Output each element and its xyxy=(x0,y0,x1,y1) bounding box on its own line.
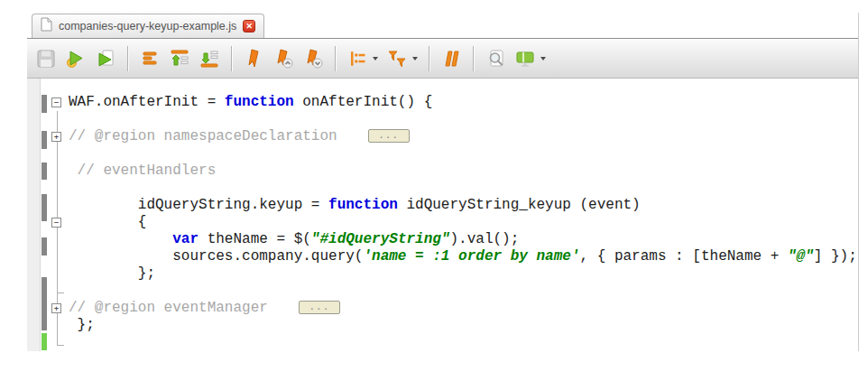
code-lines: −WAF.onAfterInit = function onAfterInit(… xyxy=(69,94,856,334)
fold-collapse-icon[interactable]: − xyxy=(51,218,61,228)
change-marker-modified xyxy=(42,277,47,330)
change-marker-modified xyxy=(42,163,47,180)
code-token: theName = $( xyxy=(199,231,311,247)
tab-bar: companies-query-keyup-example.js ✕ xyxy=(27,13,858,39)
change-marker-saved xyxy=(42,333,47,350)
code-token: 'name = :1 order by name' xyxy=(363,248,579,265)
code-token: function xyxy=(225,94,294,110)
fold-collapse-icon[interactable]: − xyxy=(51,98,61,107)
layout-options-icon xyxy=(514,48,536,70)
fold-expand-icon[interactable]: + xyxy=(51,303,61,313)
code-token: WAF.onAfterInit = xyxy=(69,94,225,110)
run-icon xyxy=(95,48,116,70)
code-token: }; xyxy=(69,265,155,282)
toolbar xyxy=(27,39,858,79)
code-token: "@" xyxy=(788,248,814,265)
code-editor[interactable]: −WAF.onAfterInit = function onAfterInit(… xyxy=(27,79,858,351)
code-token: , { params : [theName + xyxy=(580,248,788,265)
move-lines-up-button[interactable] xyxy=(167,46,192,71)
code-line[interactable]: −WAF.onAfterInit = function onAfterInit(… xyxy=(69,94,856,111)
next-bookmark-button[interactable] xyxy=(300,46,326,71)
bookmark-icon xyxy=(243,48,264,70)
change-marker-modified xyxy=(42,237,47,256)
code-line[interactable]: sources.company.query('name = :1 order b… xyxy=(69,248,856,265)
code-token: { xyxy=(69,214,146,230)
toolbar-separator xyxy=(127,46,128,71)
run-file-button[interactable] xyxy=(63,46,88,71)
code-token: var xyxy=(172,231,199,247)
code-line[interactable]: +// @region eventManager... xyxy=(69,300,856,317)
run-file-icon xyxy=(65,48,87,70)
move-lines-up-icon xyxy=(169,48,190,70)
code-token: sources.company.query( xyxy=(69,248,363,265)
code-line[interactable] xyxy=(69,145,856,163)
dropdown-caret-icon xyxy=(540,57,546,60)
sort-options-button[interactable] xyxy=(384,46,420,71)
code-token: "#idQueryString" xyxy=(311,231,450,247)
previous-bookmark-button[interactable] xyxy=(271,46,296,71)
toolbar-separator xyxy=(335,46,336,71)
list-options-button[interactable] xyxy=(345,46,380,71)
code-token: // eventHandlers xyxy=(69,163,216,179)
code-token: // @region namespaceDeclaration xyxy=(69,128,337,144)
collapsed-region-box[interactable]: ... xyxy=(299,301,340,314)
code-token: idQueryString.keyup = xyxy=(69,197,328,213)
code-token: ] }); xyxy=(814,248,857,265)
code-line[interactable]: +// @region namespaceDeclaration... xyxy=(69,128,856,145)
move-lines-down-button[interactable] xyxy=(197,46,222,71)
code-token xyxy=(69,231,172,247)
dropdown-caret-icon xyxy=(373,57,378,60)
document-icon xyxy=(41,17,52,35)
tab-close-icon[interactable]: ✕ xyxy=(243,20,255,33)
toolbar-separator xyxy=(429,46,429,71)
toolbar-separator xyxy=(231,46,232,71)
code-line[interactable]: idQueryString.keyup = function idQuerySt… xyxy=(69,197,856,214)
toolbar-separator xyxy=(473,46,474,71)
code-token: function xyxy=(328,197,398,213)
format-lines-button[interactable] xyxy=(137,46,162,71)
code-line[interactable]: // eventHandlers xyxy=(69,163,856,180)
code-line[interactable]: }; xyxy=(69,317,856,334)
code-token: onAfterInit() { xyxy=(294,94,433,110)
next-bookmark-icon xyxy=(302,48,324,70)
search-button[interactable] xyxy=(483,46,508,71)
code-editor-window: companies-query-keyup-example.js ✕ xyxy=(27,13,859,351)
previous-bookmark-icon xyxy=(272,48,294,70)
code-line[interactable]: var theName = $("#idQueryString").val(); xyxy=(69,231,856,248)
fold-guide-corner xyxy=(57,293,64,293)
sort-options-icon xyxy=(386,48,408,70)
format-lines-icon xyxy=(139,48,161,70)
search-icon xyxy=(485,48,506,70)
change-marker-modified xyxy=(42,131,47,149)
code-line[interactable]: }; xyxy=(69,265,856,283)
gutter xyxy=(27,79,41,351)
save-button[interactable] xyxy=(33,46,59,71)
code-token: ).val(); xyxy=(449,231,519,247)
code-token: // @region eventManager xyxy=(69,300,268,316)
code-line[interactable] xyxy=(69,283,856,300)
code-token: }; xyxy=(69,317,95,333)
change-marker-modified xyxy=(42,194,47,221)
fold-expand-icon[interactable]: + xyxy=(51,132,61,142)
quotes-button[interactable] xyxy=(439,46,464,71)
change-marker-modified xyxy=(42,95,47,113)
code-token: idQueryString_keyup (event) xyxy=(398,197,641,213)
code-line[interactable]: − { xyxy=(69,214,856,231)
layout-options-button[interactable] xyxy=(512,46,548,71)
tab-active[interactable]: companies-query-keyup-example.js ✕ xyxy=(32,14,264,38)
list-options-icon xyxy=(346,48,368,70)
code-line[interactable] xyxy=(69,111,856,128)
bookmark-button[interactable] xyxy=(241,46,266,71)
run-button[interactable] xyxy=(93,46,118,71)
tab-title: companies-query-keyup-example.js xyxy=(59,20,236,33)
save-icon xyxy=(35,48,57,70)
collapsed-region-box[interactable]: ... xyxy=(368,129,410,143)
dropdown-caret-icon xyxy=(412,57,418,60)
move-lines-down-icon xyxy=(199,48,220,70)
code-line[interactable] xyxy=(69,180,856,197)
fold-guide-corner xyxy=(57,345,64,346)
quotes-icon xyxy=(440,48,462,70)
